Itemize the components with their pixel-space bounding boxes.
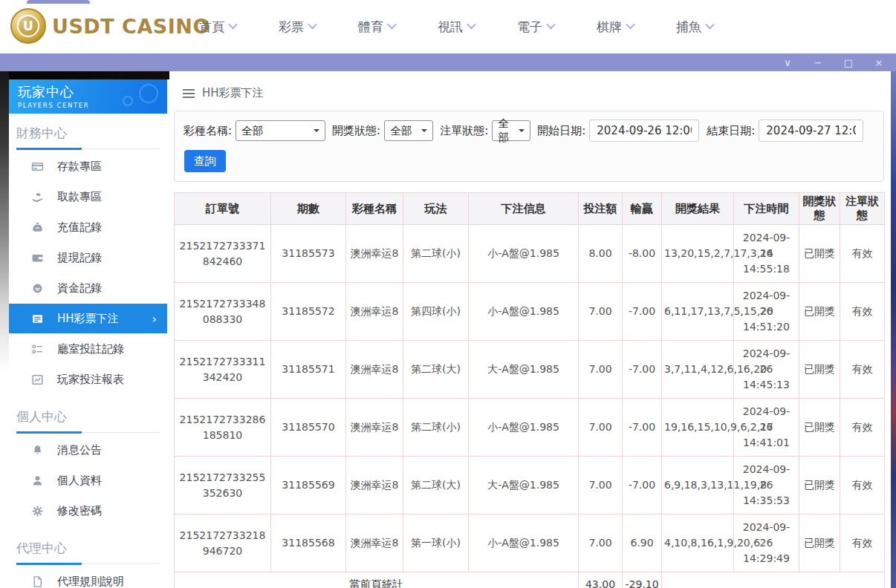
page-summary-label: 當前頁統計 <box>175 572 579 588</box>
sidebar-item-withdrawal-records[interactable]: 提現記錄 <box>9 243 167 272</box>
report-chart-icon <box>31 373 44 386</box>
sidebar-item-player-bet-report[interactable]: 玩家投注報表 <box>9 365 167 394</box>
section-divider <box>16 564 160 564</box>
section-title-agent: 代理中心 <box>9 529 167 564</box>
sidebar-item-room-bet-records[interactable]: 廳室投註記錄 <box>9 334 167 364</box>
table-row: 215217273328618581031185570澳洲幸运8第二球(小)小-… <box>175 399 885 457</box>
bank-card-icon <box>31 160 44 173</box>
nav-item-sports[interactable]: 體育 <box>358 19 395 36</box>
chevron-down-icon <box>308 19 317 29</box>
gamepad-icon <box>111 82 163 112</box>
personal-group: 消息公告 個人資料 修改密碼 <box>9 433 167 529</box>
brand-logo: U USDT CASINO <box>10 8 210 44</box>
chevron-down-icon <box>228 19 238 29</box>
lottery-name-label: 彩種名稱: <box>184 124 232 138</box>
window-minimize-icon[interactable]: − <box>813 58 823 68</box>
sidebar-item-recharge-records[interactable]: 充值記錄 <box>9 212 167 242</box>
start-date-label: 開始日期: <box>537 124 585 138</box>
nav-item-fishing[interactable]: 捕魚 <box>676 19 713 36</box>
table-row: 215217273325535263031185569澳洲幸运8第二球(大)大-… <box>175 457 885 514</box>
chevron-down-icon <box>705 19 715 29</box>
col-amount: 投注額 <box>579 193 623 225</box>
bell-icon <box>31 444 44 457</box>
end-date-label: 結束日期: <box>707 124 755 138</box>
nav-item-lottery[interactable]: 彩票 <box>279 19 316 36</box>
col-win-loss: 輸贏 <box>623 193 662 225</box>
window-controls: ∨ − □ × <box>782 58 884 68</box>
table-row: 215217273321894672031185568澳洲幸运8第一球(小)小-… <box>175 514 885 572</box>
search-button[interactable]: 查詢 <box>184 150 226 172</box>
select-caret-icon <box>519 129 525 135</box>
start-date-input[interactable] <box>589 120 699 142</box>
page-summary-row: 當前頁統計 43.00 -29.10 <box>175 572 885 588</box>
table-row: 215217273334808833031185572澳洲幸运8第四球(小)小-… <box>175 283 885 341</box>
col-play: 玩法 <box>403 193 469 225</box>
sidebar-header: 玩家中心 PLAYERS CENTER <box>9 79 167 114</box>
browser-tab-sliver <box>27 0 90 4</box>
sidebar-item-change-password[interactable]: 修改密碼 <box>9 496 167 526</box>
col-lottery: 彩種名稱 <box>346 193 403 225</box>
page-summary-win-loss: -29.10 <box>623 572 662 588</box>
col-result: 開獎結果 <box>662 193 734 225</box>
col-bet-time: 下注時間 <box>734 193 799 225</box>
sidebar-item-fund-records[interactable]: 資金記錄 <box>9 273 167 303</box>
section-title-finance: 財務中心 <box>9 114 167 148</box>
brand-name: USDT CASINO <box>52 15 210 38</box>
sidebar-item-hh-lottery-bets[interactable]: HH彩票下注 › <box>9 304 167 333</box>
select-caret-icon <box>314 129 319 135</box>
nav-item-cards[interactable]: 棋牌 <box>597 19 634 36</box>
nav-item-live[interactable]: 視訊 <box>438 19 475 36</box>
chevron-down-icon <box>546 19 556 29</box>
main-nav: 首頁 彩票 體育 視訊 電子 棋牌 捕魚 <box>199 0 713 53</box>
money-bag-icon <box>31 221 44 234</box>
nav-item-slots[interactable]: 電子 <box>517 19 554 36</box>
chevron-down-icon <box>467 19 476 29</box>
chevron-down-icon <box>387 19 397 29</box>
bet-records-table: 訂單號 期數 彩種名稱 玩法 下注信息 投注額 輸贏 開獎結果 下注時間 開獎狀… <box>174 192 885 588</box>
draw-status-select[interactable]: 全部 <box>384 120 433 141</box>
wallet-icon <box>31 252 44 264</box>
agent-group: 代理規則說明 <box>9 564 167 588</box>
chevron-down-icon <box>626 19 635 29</box>
col-draw-status: 開獎狀態 <box>799 193 840 225</box>
window-maximize-icon[interactable]: □ <box>843 58 854 68</box>
top-nav-bar: U USDT CASINO 首頁 彩票 體育 視訊 電子 棋牌 捕魚 <box>0 0 896 53</box>
sidebar-item-announcements[interactable]: 消息公告 <box>9 435 167 465</box>
col-order-id: 訂單號 <box>175 193 271 225</box>
document-icon <box>31 575 44 588</box>
col-order-status: 注單狀態 <box>840 193 885 225</box>
sidebar-item-profile[interactable]: 個人資料 <box>9 466 167 495</box>
window-close-icon[interactable]: × <box>874 58 884 68</box>
main-content: HH彩票下注 彩種名稱: 全部 開獎狀態: 全部 注單狀態: 全部 開始日期: … <box>169 71 891 588</box>
background-left-edge <box>0 71 9 588</box>
filter-row: 彩種名稱: 全部 開獎狀態: 全部 注單狀態: 全部 開始日期: 結束日期: <box>184 120 874 142</box>
order-status-select[interactable]: 全部 <box>492 120 530 141</box>
withdraw-hand-icon <box>31 191 44 203</box>
table-header-row: 訂單號 期數 彩種名稱 玩法 下注信息 投注額 輸贏 開獎結果 下注時間 開獎狀… <box>175 193 885 225</box>
table-row: 215217273337184246031185573澳洲幸运8第二球(小)小-… <box>175 225 885 283</box>
clipboard-list-icon <box>31 343 44 356</box>
sidebar-item-withdraw[interactable]: 取款專區 <box>9 182 167 212</box>
sidebar-item-agent-rules[interactable]: 代理規則說明 <box>9 566 167 588</box>
filter-panel: 彩種名稱: 全部 開獎狀態: 全部 注單狀態: 全部 開始日期: 結束日期: 查… <box>174 111 884 182</box>
draw-status-label: 開獎狀態: <box>332 124 380 138</box>
section-divider <box>16 432 160 433</box>
nav-item-home[interactable]: 首頁 <box>199 19 236 36</box>
menu-icon[interactable] <box>183 89 195 98</box>
lottery-name-select[interactable]: 全部 <box>236 120 325 141</box>
table-row: 215217273331134242031185571澳洲幸运8第二球(大)大-… <box>175 341 885 399</box>
logo-coin-icon: U <box>10 8 46 44</box>
select-caret-icon <box>421 129 427 135</box>
end-date-input[interactable] <box>759 120 863 142</box>
gear-icon <box>31 505 44 517</box>
col-period: 期數 <box>271 193 346 225</box>
sidebar-item-deposit[interactable]: 存款專區 <box>9 151 167 181</box>
finance-group: 存款專區 取款專區 充值記錄 提現記錄 資金記錄 HH彩票下注 › <box>9 149 167 397</box>
sidebar: 玩家中心 PLAYERS CENTER 財務中心 存款專區 取款專區 充值記錄 … <box>9 79 167 588</box>
order-status-label: 注單狀態: <box>440 124 488 138</box>
ticket-list-icon <box>31 313 44 325</box>
col-bet-info: 下注信息 <box>469 193 579 225</box>
window-chevron-down-icon[interactable]: ∨ <box>782 58 793 68</box>
page-summary-empty <box>662 572 885 588</box>
background-right-edge <box>891 71 896 588</box>
